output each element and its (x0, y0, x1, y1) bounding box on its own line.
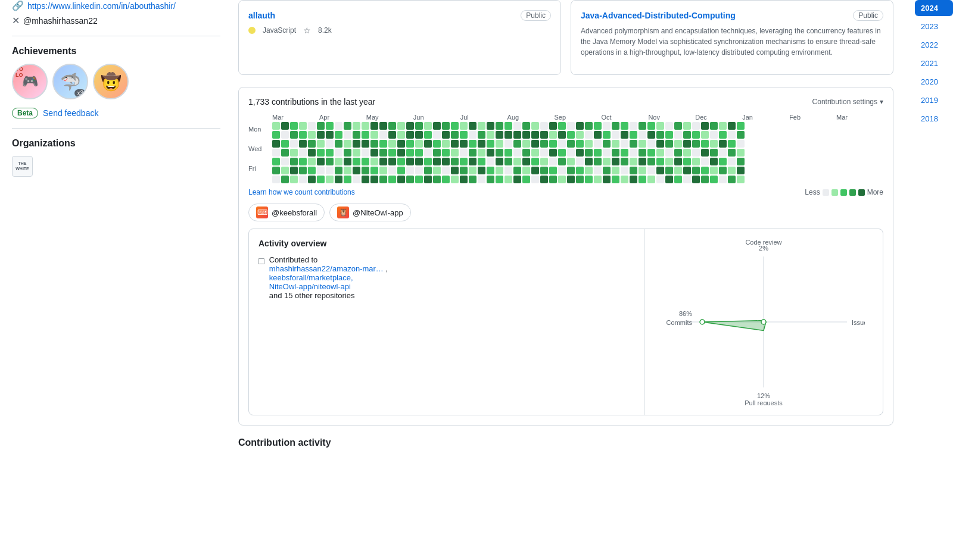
graph-cell-11-0[interactable] (370, 122, 378, 130)
graph-cell-17-0[interactable] (424, 122, 432, 130)
graph-cell-22-4[interactable] (469, 158, 476, 165)
graph-cell-37-5[interactable] (603, 167, 611, 174)
graph-cell-33-5[interactable] (567, 167, 575, 174)
graph-cell-49-5[interactable] (710, 167, 718, 174)
graph-cell-30-4[interactable] (540, 158, 548, 165)
graph-cell-40-6[interactable] (630, 176, 637, 183)
graph-cell-37-4[interactable] (603, 158, 611, 165)
graph-cell-44-1[interactable] (665, 131, 673, 139)
graph-cell-4-6[interactable] (308, 176, 316, 183)
twitter-link[interactable]: ✕ @mhashirhassan22 (12, 15, 220, 26)
graph-cell-35-6[interactable] (585, 176, 593, 183)
graph-cell-50-4[interactable] (719, 158, 727, 165)
graph-cell-32-2[interactable] (558, 140, 566, 148)
graph-cell-29-3[interactable] (531, 149, 539, 157)
learn-contributions-link[interactable]: Learn how we count contributions (248, 188, 355, 196)
graph-cell-22-6[interactable] (469, 176, 476, 183)
graph-cell-51-5[interactable] (728, 167, 736, 174)
graph-cell-28-6[interactable] (522, 176, 530, 183)
graph-cell-27-5[interactable] (513, 167, 521, 174)
graph-cell-31-5[interactable] (549, 167, 557, 174)
graph-cell-36-5[interactable] (594, 167, 602, 174)
graph-cell-37-3[interactable] (603, 149, 611, 157)
graph-cell-43-3[interactable] (656, 149, 664, 157)
graph-cell-18-2[interactable] (433, 140, 441, 148)
graph-cell-1-1[interactable] (281, 131, 289, 139)
graph-cell-50-3[interactable] (719, 149, 727, 157)
graph-cell-23-3[interactable] (478, 149, 485, 157)
graph-cell-10-2[interactable] (362, 140, 369, 148)
graph-cell-18-4[interactable] (433, 158, 441, 165)
graph-cell-17-2[interactable] (424, 140, 432, 148)
graph-cell-43-4[interactable] (656, 158, 664, 165)
graph-cell-42-4[interactable] (647, 158, 655, 165)
graph-cell-16-5[interactable] (415, 167, 423, 174)
graph-cell-37-2[interactable] (603, 140, 611, 148)
graph-cell-9-5[interactable] (353, 167, 360, 174)
graph-cell-3-2[interactable] (299, 140, 307, 148)
graph-cell-31-6[interactable] (549, 176, 557, 183)
graph-cell-25-2[interactable] (496, 140, 503, 148)
graph-cell-10-1[interactable] (362, 131, 369, 139)
graph-cell-41-2[interactable] (639, 140, 646, 148)
graph-cell-37-0[interactable] (603, 122, 611, 130)
graph-cell-39-4[interactable] (621, 158, 628, 165)
graph-cell-1-6[interactable] (281, 176, 289, 183)
graph-cell-12-2[interactable] (379, 140, 387, 148)
graph-cell-18-1[interactable] (433, 131, 441, 139)
graph-cell-19-3[interactable] (442, 149, 450, 157)
graph-cell-24-3[interactable] (487, 149, 494, 157)
graph-cell-26-1[interactable] (504, 131, 512, 139)
graph-cell-40-4[interactable] (630, 158, 637, 165)
graph-cell-44-0[interactable] (665, 122, 673, 130)
graph-cell-46-1[interactable] (683, 131, 691, 139)
graph-cell-51-3[interactable] (728, 149, 736, 157)
graph-cell-27-6[interactable] (513, 176, 521, 183)
graph-cell-36-4[interactable] (594, 158, 602, 165)
graph-cell-22-1[interactable] (469, 131, 476, 139)
graph-cell-18-0[interactable] (433, 122, 441, 130)
graph-cell-26-0[interactable] (504, 122, 512, 130)
linkedin-url[interactable]: https://www.linkedin.com/in/abouthashir/ (27, 1, 176, 11)
graph-cell-16-2[interactable] (415, 140, 423, 148)
graph-cell-8-6[interactable] (344, 176, 351, 183)
graph-cell-8-1[interactable] (344, 131, 351, 139)
graph-cell-45-3[interactable] (674, 149, 682, 157)
graph-cell-9-4[interactable] (353, 158, 360, 165)
graph-cell-33-1[interactable] (567, 131, 575, 139)
graph-cell-49-3[interactable] (710, 149, 718, 157)
graph-cell-52-4[interactable] (737, 158, 745, 165)
graph-cell-16-0[interactable] (415, 122, 423, 130)
graph-cell-17-6[interactable] (424, 176, 432, 183)
graph-cell-29-2[interactable] (531, 140, 539, 148)
graph-cell-47-3[interactable] (692, 149, 700, 157)
graph-cell-9-0[interactable] (353, 122, 360, 130)
graph-cell-41-5[interactable] (639, 167, 646, 174)
graph-cell-40-3[interactable] (630, 149, 637, 157)
graph-cell-52-6[interactable] (737, 176, 745, 183)
graph-cell-36-1[interactable] (594, 131, 602, 139)
graph-cell-51-2[interactable] (728, 140, 736, 148)
activity-repo-1[interactable]: mhashirhassan22/amazon-mar… (269, 264, 384, 273)
graph-cell-13-6[interactable] (388, 176, 396, 183)
graph-cell-4-3[interactable] (308, 149, 316, 157)
graph-cell-26-3[interactable] (504, 149, 512, 157)
graph-cell-2-4[interactable] (290, 158, 298, 165)
graph-cell-26-2[interactable] (504, 140, 512, 148)
graph-cell-41-6[interactable] (639, 176, 646, 183)
graph-cell-5-4[interactable] (317, 158, 325, 165)
graph-cell-11-4[interactable] (370, 158, 378, 165)
graph-cell-7-1[interactable] (335, 131, 342, 139)
graph-cell-7-5[interactable] (335, 167, 342, 174)
graph-cell-2-3[interactable] (290, 149, 298, 157)
graph-cell-30-6[interactable] (540, 176, 548, 183)
graph-cell-38-5[interactable] (612, 167, 619, 174)
activity-repo-2[interactable]: keebsforall/marketplace, (269, 273, 353, 282)
graph-cell-23-6[interactable] (478, 176, 485, 183)
graph-cell-45-6[interactable] (674, 176, 682, 183)
graph-cell-36-3[interactable] (594, 149, 602, 157)
graph-cell-2-0[interactable] (290, 122, 298, 130)
graph-cell-32-5[interactable] (558, 167, 566, 174)
graph-cell-23-4[interactable] (478, 158, 485, 165)
graph-cell-5-6[interactable] (317, 176, 325, 183)
